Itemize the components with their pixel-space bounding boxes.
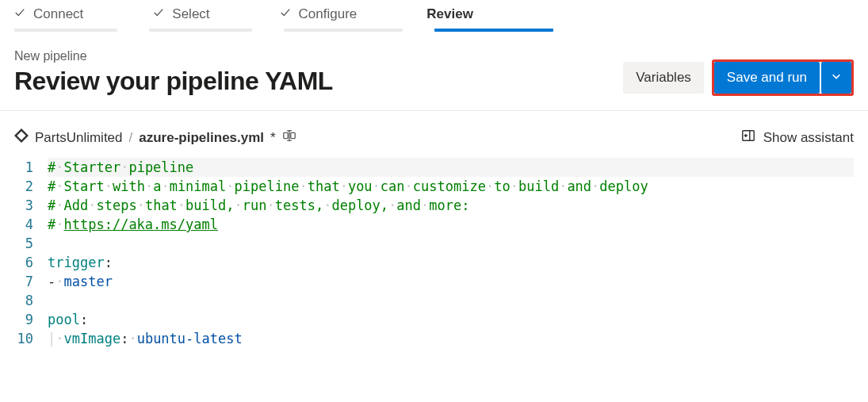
editor-line: 6trigger: <box>14 253 854 272</box>
line-number: 4 <box>14 215 48 234</box>
title-block: New pipeline Review your pipeline YAML <box>14 49 333 96</box>
wizard-tab-label: Select <box>172 6 209 22</box>
code-content[interactable]: trigger: <box>48 253 854 272</box>
tab-underline-segment <box>149 29 252 32</box>
wizard-tab-select[interactable]: Select <box>153 0 209 29</box>
breadcrumb-filename: azure-pipelines.yml <box>139 130 264 146</box>
yaml-editor[interactable]: 1# Starter pipeline2# Start with a minim… <box>0 158 868 354</box>
editor-line: 7- master <box>14 272 854 291</box>
breadcrumb-separator: / <box>129 130 133 146</box>
rename-icon[interactable] <box>282 128 296 147</box>
wizard-tab-label: Review <box>426 6 473 22</box>
show-assistant-button[interactable]: Show assistant <box>741 128 854 147</box>
editor-line: 1# Starter pipeline <box>14 158 854 177</box>
wizard-tab-connect[interactable]: Connect <box>14 0 83 29</box>
show-assistant-label: Show assistant <box>763 130 854 146</box>
editor-line: 8 <box>14 291 854 310</box>
breadcrumb-repo[interactable]: PartsUnlimited <box>35 130 123 146</box>
checkmark-icon <box>14 6 25 22</box>
code-content[interactable]: # Add steps that build, run tests, deplo… <box>48 196 854 215</box>
page-pretitle: New pipeline <box>14 49 333 63</box>
code-content[interactable]: | vmImage: ubuntu-latest <box>48 329 854 348</box>
checkmark-icon <box>280 6 291 22</box>
line-number: 1 <box>14 158 48 177</box>
panel-expand-icon <box>741 128 755 147</box>
code-content[interactable]: # Starter pipeline <box>48 158 854 177</box>
chevron-down-icon <box>831 70 842 86</box>
editor-line: 3# Add steps that build, run tests, depl… <box>14 196 854 215</box>
editor-line: 10| vmImage: ubuntu-latest <box>14 329 854 348</box>
line-number: 8 <box>14 291 48 310</box>
page-title: Review your pipeline YAML <box>14 67 333 96</box>
line-number: 9 <box>14 310 48 329</box>
code-content[interactable] <box>48 234 854 253</box>
editor-line: 9pool: <box>14 310 854 329</box>
line-number: 6 <box>14 253 48 272</box>
editor-toolbar: PartsUnlimited / azure-pipelines.yml * S… <box>0 111 868 158</box>
dirty-indicator: * <box>270 130 276 146</box>
line-number: 5 <box>14 234 48 253</box>
svg-rect-0 <box>283 132 287 138</box>
tab-underline-segment <box>14 29 117 32</box>
line-number: 3 <box>14 196 48 215</box>
editor-line: 2# Start with a minimal pipeline that yo… <box>14 177 854 196</box>
save-run-highlight: Save and run <box>712 59 854 96</box>
variables-button[interactable]: Variables <box>623 62 704 94</box>
wizard-tab-label: Configure <box>299 6 358 22</box>
editor-line: 5 <box>14 234 854 253</box>
header-actions: Variables Save and run <box>623 59 854 96</box>
line-number: 2 <box>14 177 48 196</box>
breadcrumb: PartsUnlimited / azure-pipelines.yml * <box>14 128 296 147</box>
line-number: 7 <box>14 272 48 291</box>
wizard-tab-label: Connect <box>33 6 83 22</box>
wizard-tabs: ConnectSelectConfigureReview <box>0 0 868 29</box>
code-content[interactable]: - master <box>48 272 854 291</box>
tab-underline-segment <box>284 29 403 32</box>
editor-line: 4# https://aka.ms/yaml <box>14 215 854 234</box>
wizard-tab-review[interactable]: Review <box>426 0 473 29</box>
code-content[interactable]: # Start with a minimal pipeline that you… <box>48 177 854 196</box>
repo-icon <box>14 128 29 147</box>
svg-rect-1 <box>290 132 294 138</box>
wizard-tab-configure[interactable]: Configure <box>280 0 358 29</box>
code-content[interactable] <box>48 291 854 310</box>
save-and-run-button[interactable]: Save and run <box>714 62 820 94</box>
checkmark-icon <box>153 6 164 22</box>
save-and-run-dropdown[interactable] <box>821 62 851 94</box>
line-number: 10 <box>14 329 48 348</box>
code-content[interactable]: pool: <box>48 310 854 329</box>
tab-underline-segment <box>434 29 553 32</box>
page-header: New pipeline Review your pipeline YAML V… <box>0 32 868 111</box>
code-content[interactable]: # https://aka.ms/yaml <box>48 215 854 234</box>
